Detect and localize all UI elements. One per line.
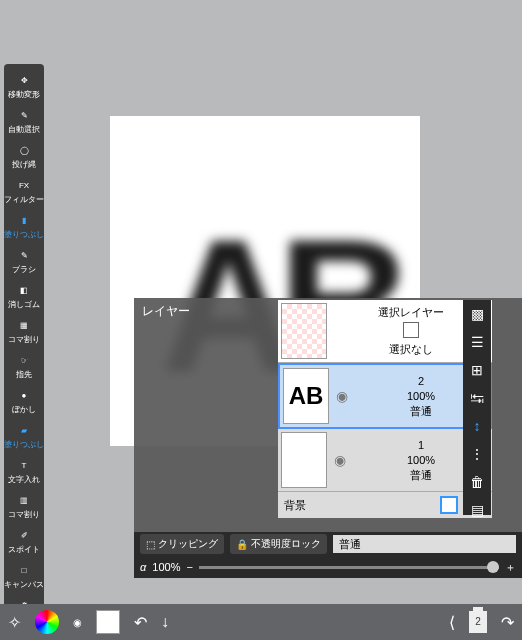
arrow-down-icon[interactable]: ↓ bbox=[161, 613, 169, 631]
layer-side-btn-4[interactable]: ↕ bbox=[463, 412, 491, 440]
layer-side-btn-7[interactable]: ▤ bbox=[463, 496, 491, 524]
tool-コマ割り[interactable]: ▦コマ割り bbox=[4, 313, 44, 348]
visibility-icon[interactable]: ◉ bbox=[330, 452, 350, 468]
bg-label: 背景 bbox=[284, 498, 306, 513]
layer-list: 選択レイヤー 選択なし AB◉2100%普通◉1100%普通 背景 ▩☰⊞⭾↕⋮… bbox=[278, 300, 492, 518]
brush-size-icon[interactable]: ◉ bbox=[73, 617, 82, 628]
tool-指先[interactable]: ☞指先 bbox=[4, 348, 44, 383]
layer-bg-row: 背景 bbox=[278, 492, 492, 518]
redo-button[interactable]: ↷ bbox=[501, 613, 514, 632]
tool-コマ割り[interactable]: ▥コマ割り bbox=[4, 488, 44, 523]
tool-sidebar: ✥移動変形✎自動選択◯投げ縄FXフィルター▮塗りつぶし✎ブラシ◧消しゴム▦コマ割… bbox=[4, 64, 44, 632]
alpha-plus-button[interactable]: ＋ bbox=[505, 560, 516, 575]
visibility-icon[interactable]: ◉ bbox=[332, 388, 352, 404]
alpha-minus-button[interactable]: − bbox=[186, 561, 192, 573]
alpha-value: 100% bbox=[152, 561, 180, 573]
tool-消しゴム[interactable]: ◧消しゴム bbox=[4, 278, 44, 313]
tool-キャンバス[interactable]: □キャンバス bbox=[4, 558, 44, 593]
tool-文字入れ[interactable]: T文字入れ bbox=[4, 453, 44, 488]
tool-ぼかし[interactable]: ●ぼかし bbox=[4, 383, 44, 418]
selection-row: 選択レイヤー 選択なし bbox=[278, 300, 492, 363]
undo-button[interactable]: ↶ bbox=[134, 613, 147, 632]
tool-自動選択[interactable]: ✎自動選択 bbox=[4, 103, 44, 138]
tool-塗りつぶし[interactable]: ▰塗りつぶし bbox=[4, 418, 44, 453]
tool-塗りつぶし[interactable]: ▮塗りつぶし bbox=[4, 208, 44, 243]
alpha-slider[interactable] bbox=[199, 566, 499, 569]
layer-thumb bbox=[281, 432, 327, 488]
layer-panel-bottom: ⬚ クリッピング 🔒 不透明度ロック 普通 α 100% − ＋ bbox=[134, 532, 522, 578]
layer-row[interactable]: ◉1100%普通 bbox=[278, 429, 492, 492]
tool-移動変形[interactable]: ✥移動変形 bbox=[4, 68, 44, 103]
selection-checkbox[interactable] bbox=[403, 322, 419, 338]
clipping-button[interactable]: ⬚ クリッピング bbox=[140, 534, 224, 554]
back-icon[interactable]: ⟨ bbox=[449, 613, 455, 632]
blend-mode-select[interactable]: 普通 bbox=[333, 535, 516, 553]
tool-フィルター[interactable]: FXフィルター bbox=[4, 173, 44, 208]
bottom-toolbar: ✧ ◉ ↶ ↓ ⟨ 2 ↷ bbox=[0, 604, 522, 640]
layer-row[interactable]: AB◉2100%普通 bbox=[278, 363, 492, 429]
layer-side-btn-5[interactable]: ⋮ bbox=[463, 440, 491, 468]
layer-thumb: AB bbox=[283, 368, 329, 424]
selection-thumb bbox=[281, 303, 327, 359]
color-swatch[interactable] bbox=[96, 610, 120, 634]
layer-side-btn-1[interactable]: ☰ bbox=[463, 328, 491, 356]
layer-side-btn-2[interactable]: ⊞ bbox=[463, 356, 491, 384]
bg-color-1[interactable] bbox=[440, 496, 458, 514]
color-wheel[interactable] bbox=[35, 610, 59, 634]
layer-panel: レイヤー AB ＋⊞📷⟲⤴ 選択レイヤー 選択なし AB◉2100%普通◉110… bbox=[134, 298, 522, 578]
layer-right-toolbar: ▩☰⊞⭾↕⋮🗑▤ bbox=[463, 300, 491, 515]
layer-side-btn-6[interactable]: 🗑 bbox=[463, 468, 491, 496]
tool-スポイト[interactable]: ✐スポイト bbox=[4, 523, 44, 558]
layer-side-btn-3[interactable]: ⭾ bbox=[463, 384, 491, 412]
tool-ブラシ[interactable]: ✎ブラシ bbox=[4, 243, 44, 278]
opacity-lock-button[interactable]: 🔒 不透明度ロック bbox=[230, 534, 327, 554]
tool-投げ縄[interactable]: ◯投げ縄 bbox=[4, 138, 44, 173]
pages-badge[interactable]: 2 bbox=[469, 611, 487, 633]
layer-side-btn-0[interactable]: ▩ bbox=[463, 300, 491, 328]
connect-icon[interactable]: ✧ bbox=[8, 613, 21, 632]
alpha-label: α bbox=[140, 561, 146, 573]
